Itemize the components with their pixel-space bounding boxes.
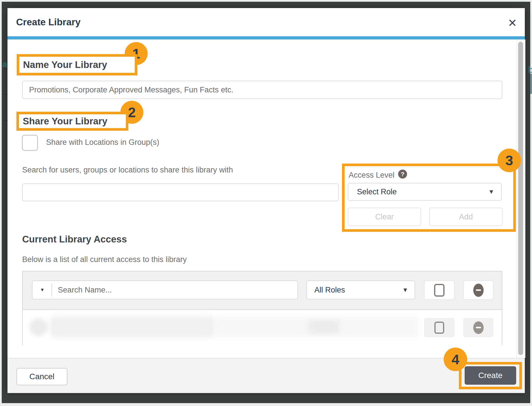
access-level-label: Access Level: [349, 171, 394, 180]
redacted-role-cell: [309, 320, 339, 333]
name-search-field[interactable]: ▼: [32, 280, 298, 299]
scrollbar-thumb[interactable]: [518, 42, 523, 355]
access-level-panel: Access Level ? Select Role ▼ Clear Add: [342, 164, 516, 232]
clear-button[interactable]: Clear: [348, 208, 421, 226]
close-icon[interactable]: ✕: [505, 16, 520, 31]
share-section-heading: Share Your Library: [19, 116, 107, 127]
annotation-box-share: Share Your Library: [16, 112, 128, 131]
background-content-block: [529, 74, 532, 94]
library-name-input[interactable]: [22, 81, 502, 99]
select-all-button[interactable]: [424, 280, 455, 300]
share-with-groups-checkbox[interactable]: [22, 135, 38, 151]
chevron-down-icon: ▼: [488, 188, 494, 195]
name-section-heading: Name Your Library: [19, 59, 107, 70]
role-select[interactable]: Select Role ▼: [348, 183, 502, 201]
role-select-value: Select Role: [357, 187, 397, 196]
current-access-table: ▼ All Roles ▼: [22, 271, 502, 345]
checkbox-icon: [434, 322, 444, 334]
share-search-input[interactable]: [22, 183, 339, 201]
row-remove-button[interactable]: [463, 318, 493, 337]
roles-filter-select[interactable]: All Roles ▼: [306, 280, 415, 299]
create-library-dialog: Create Library ✕ 1 Name Your Library 2 S…: [7, 8, 525, 393]
current-access-subtext: Below is a list of all current access to…: [22, 255, 187, 264]
redacted-avatar: [29, 318, 48, 336]
background-text-fragment-left: a: [2, 59, 7, 69]
minus-icon: [473, 321, 484, 334]
checkbox-icon: [434, 284, 444, 297]
share-with-groups-label: Share with Locations in Group(s): [46, 138, 159, 147]
remove-all-button[interactable]: [463, 280, 493, 300]
redacted-name-cell: [50, 316, 215, 337]
table-header-row: ▼ All Roles ▼: [23, 272, 502, 310]
header-accent-bar: [7, 36, 525, 39]
share-search-label: Search for users, groups or locations to…: [22, 166, 233, 174]
annotation-badge-4: 4: [444, 348, 467, 371]
minus-icon: [473, 284, 484, 297]
annotation-box-name: Name Your Library: [17, 54, 137, 75]
scrollbar-track[interactable]: [516, 39, 525, 358]
create-button[interactable]: Create: [465, 366, 516, 385]
chevron-down-icon: ▼: [402, 287, 408, 293]
dialog-title: Create Library: [16, 17, 81, 28]
annotation-badge-3: 3: [497, 149, 521, 172]
add-button[interactable]: Add: [429, 208, 503, 226]
search-name-input[interactable]: [57, 285, 283, 295]
row-select-button[interactable]: [424, 318, 455, 337]
screen: a b Create Library ✕ 1 Name Your Library…: [0, 0, 532, 406]
roles-filter-value: All Roles: [314, 286, 345, 295]
table-row: [23, 310, 502, 345]
search-separator: [52, 284, 52, 296]
cancel-button[interactable]: Cancel: [16, 368, 67, 385]
search-filter-caret-icon[interactable]: ▼: [40, 287, 45, 293]
current-access-heading: Current Library Access: [22, 234, 127, 245]
help-icon[interactable]: ?: [398, 170, 407, 179]
